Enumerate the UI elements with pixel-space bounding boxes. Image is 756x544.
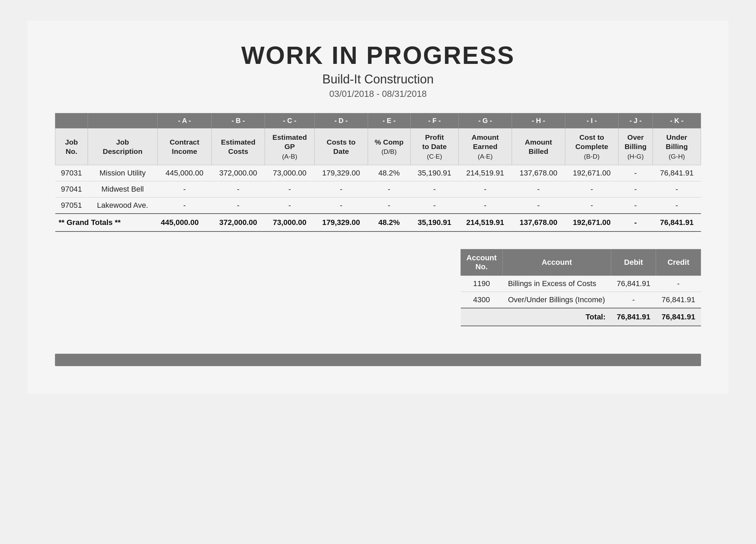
est-costs: - [212, 181, 265, 197]
over-billing: - [619, 181, 653, 197]
account-name: Billings in Excess of Costs [502, 276, 611, 292]
totals-debit: 76,841.91 [611, 308, 656, 326]
table-row: 4300 Over/Under Billings (Income) - 76,8… [461, 292, 701, 308]
totals-empty1 [461, 308, 503, 326]
col-account-no: AccountNo. [461, 249, 503, 276]
date-range: 03/01/2018 - 08/31/2018 [55, 89, 701, 99]
bottom-bar [55, 354, 701, 366]
col-header-pct-comp: % Comp(D/B) [368, 128, 410, 165]
amount-earned: - [458, 197, 512, 214]
job-no: 97051 [55, 197, 88, 214]
col-letter-empty1 [55, 113, 88, 128]
col-letter-d: - D - [314, 113, 368, 128]
col-letter-i: - I - [565, 113, 619, 128]
job-no: 97041 [55, 181, 88, 197]
account-no: 4300 [461, 292, 503, 308]
under-billing: - [653, 181, 701, 197]
over-billing: - [619, 165, 653, 181]
amount-earned: - [458, 181, 512, 197]
col-header-cost-to-complete: Cost toComplete(B-D) [565, 128, 619, 165]
report-header: WORK IN PROGRESS Build-It Construction 0… [55, 41, 701, 99]
col-account: Account [502, 249, 611, 276]
amount-billed: - [512, 197, 565, 214]
est-gp: - [265, 181, 314, 197]
credit: - [656, 276, 701, 292]
totals-under-billing: 76,841.91 [653, 214, 701, 231]
job-desc: Lakewood Ave. [88, 197, 157, 214]
amount-billed: - [512, 181, 565, 197]
job-desc: Midwest Bell [88, 181, 157, 197]
col-letter-h: - H - [512, 113, 565, 128]
job-desc: Mission Utility [88, 165, 157, 181]
totals-over-billing: - [619, 214, 653, 231]
cost-to-complete: - [565, 197, 619, 214]
totals-est-gp: 73,000.00 [265, 214, 314, 231]
account-headers-row: AccountNo. Account Debit Credit [461, 249, 701, 276]
contract-income: 445,000.00 [157, 165, 212, 181]
costs-to-date: - [314, 197, 368, 214]
amount-earned: 214,519.91 [458, 165, 512, 181]
table-row: 97031 Mission Utility 445,000.00 372,000… [55, 165, 701, 181]
company-name: Build-It Construction [55, 72, 701, 87]
est-costs: - [212, 197, 265, 214]
totals-profit-to-date: 35,190.91 [410, 214, 458, 231]
col-header-amount-billed: AmountBilled [512, 128, 565, 165]
col-letter-j: - J - [619, 113, 653, 128]
col-letter-c: - C - [265, 113, 314, 128]
wip-table: - A - - B - - C - - D - - E - - F - - G … [55, 113, 701, 232]
debit: 76,841.91 [611, 276, 656, 292]
profit-to-date: - [410, 197, 458, 214]
account-no: 1190 [461, 276, 503, 292]
col-letter-f: - F - [410, 113, 458, 128]
profit-to-date: - [410, 181, 458, 197]
column-headers-row: JobNo. JobDescription ContractIncome Est… [55, 128, 701, 165]
est-gp: 73,000.00 [265, 165, 314, 181]
under-billing: - [653, 197, 701, 214]
col-header-contract-income: ContractIncome [157, 128, 212, 165]
col-letter-k: - K - [653, 113, 701, 128]
job-no: 97031 [55, 165, 88, 181]
col-header-over-billing: OverBilling(H-G) [619, 128, 653, 165]
col-letter-e: - E - [368, 113, 410, 128]
totals-label: Total: [502, 308, 611, 326]
totals-contract-income: 445,000.00 [157, 214, 212, 231]
under-billing: 76,841.91 [653, 165, 701, 181]
pct-comp: - [368, 197, 410, 214]
pct-comp: - [368, 181, 410, 197]
account-section: AccountNo. Account Debit Credit 1190 Bil… [55, 249, 701, 326]
est-gp: - [265, 197, 314, 214]
col-header-amount-earned: AmountEarned(A·E) [458, 128, 512, 165]
col-header-costs-to-date: Costs toDate [314, 128, 368, 165]
totals-amount-earned: 214,519.91 [458, 214, 512, 231]
table-row: 97041 Midwest Bell - - - - - - - - - - - [55, 181, 701, 197]
column-letters-row: - A - - B - - C - - D - - E - - F - - G … [55, 113, 701, 128]
profit-to-date: 35,190.91 [410, 165, 458, 181]
costs-to-date: 179,329.00 [314, 165, 368, 181]
cost-to-complete: - [565, 181, 619, 197]
col-letter-b: - B - [212, 113, 265, 128]
over-billing: - [619, 197, 653, 214]
cost-to-complete: 192,671.00 [565, 165, 619, 181]
report-title: WORK IN PROGRESS [55, 41, 701, 69]
costs-to-date: - [314, 181, 368, 197]
account-name: Over/Under Billings (Income) [502, 292, 611, 308]
totals-credit: 76,841.91 [656, 308, 701, 326]
credit: 76,841.91 [656, 292, 701, 308]
report-page: WORK IN PROGRESS Build-It Construction 0… [27, 21, 729, 394]
col-debit: Debit [611, 249, 656, 276]
totals-amount-billed: 137,678.00 [512, 214, 565, 231]
est-costs: 372,000.00 [212, 165, 265, 181]
col-header-profit-to-date: Profitto Date(C·E) [410, 128, 458, 165]
col-header-job-no: JobNo. [55, 128, 88, 165]
pct-comp: 48.2% [368, 165, 410, 181]
amount-billed: 137,678.00 [512, 165, 565, 181]
col-header-est-costs: EstimatedCosts [212, 128, 265, 165]
contract-income: - [157, 197, 212, 214]
totals-costs-to-date: 179,329.00 [314, 214, 368, 231]
account-totals-row: Total: 76,841.91 76,841.91 [461, 308, 701, 326]
table-row: 97051 Lakewood Ave. - - - - - - - - - - … [55, 197, 701, 214]
contract-income: - [157, 181, 212, 197]
totals-pct-comp: 48.2% [368, 214, 410, 231]
col-header-job-desc: JobDescription [88, 128, 157, 165]
account-table: AccountNo. Account Debit Credit 1190 Bil… [460, 249, 701, 326]
